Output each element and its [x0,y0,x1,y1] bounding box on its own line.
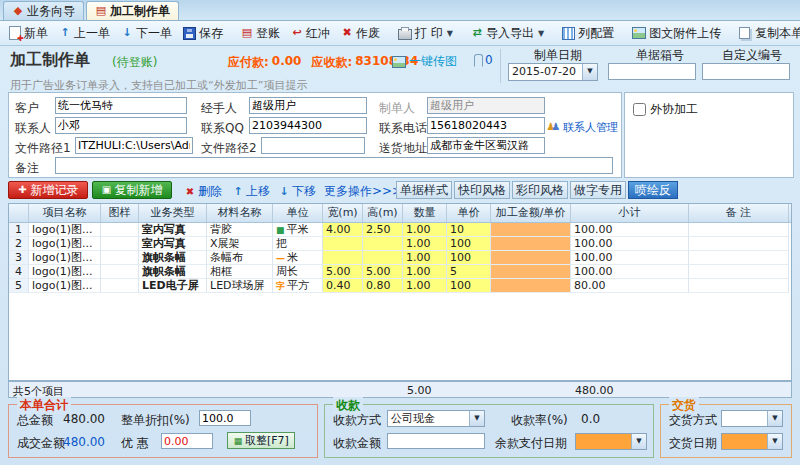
tab-business-wizard[interactable]: ◆ 业务向导 [3,1,84,20]
cell-unit[interactable]: 把 [273,237,323,251]
cell-name[interactable]: logo(1)图... [29,279,101,293]
cell-image[interactable] [101,237,139,251]
cell-name[interactable]: logo(1)图... [29,223,101,237]
table-row[interactable]: 4logo(1)图...旗帜条幅相框周长5.005.001.005100.00 [9,265,791,279]
cell-width[interactable]: 0.40 [323,279,363,293]
toolbar-post-button[interactable]: ▤登账 [236,22,285,45]
move-down-link[interactable]: ↓下移 [278,183,316,200]
style-lettering-button[interactable]: 做字专用 [570,181,626,199]
column-header-name[interactable]: 项目名称 [29,204,101,222]
delivery-method-select[interactable]: ▼ [721,410,783,427]
payment-method-select[interactable]: 公司现金 ▼ [387,410,485,427]
column-header-image[interactable]: 图样 [101,204,139,222]
cell-width[interactable]: 5.00 [323,265,363,279]
custom-number-input[interactable] [702,63,790,80]
cell-height[interactable]: 5.00 [363,265,403,279]
toolbar-attachment-upload-button[interactable]: 图文附件上传 [627,22,726,45]
attachment-count[interactable]: 0 [474,53,493,67]
cell-image[interactable] [101,265,139,279]
due-date-select[interactable]: ▼ [575,433,647,450]
copy-add-button[interactable]: ▣复制新增 [92,181,172,199]
cell-price[interactable]: 100 [447,251,491,265]
style-doc-button[interactable]: 单据样式 [396,181,452,199]
cell-height[interactable] [363,251,403,265]
toolbar-void-button[interactable]: ✖作废 [336,22,385,45]
qq-input[interactable] [249,117,367,134]
toolbar-save-button[interactable]: 保存 [178,22,228,45]
column-header-width[interactable]: 宽(m) [323,204,363,222]
cell-height[interactable]: 0.80 [363,279,403,293]
cell-name[interactable]: logo(1)图... [29,265,101,279]
cell-unit[interactable]: 周长 [273,265,323,279]
table-row[interactable]: 3logo(1)图...旗帜条幅条幅布—米1.00100100.00 [9,251,791,265]
cell-unit[interactable]: ■平米 [273,223,323,237]
column-header-note[interactable]: 备 注 [689,204,789,222]
toolbar-column-config-button[interactable]: 列配置 [557,22,619,45]
table-row[interactable]: 5logo(1)图...LED电子屏LED球场屏字平方0.400.801.001… [9,279,791,293]
toolbar-print-button[interactable]: 打 印▼ [393,22,458,45]
toolbar-import-export-button[interactable]: ⇄导入导出▼ [466,22,549,45]
handler-input[interactable] [249,97,367,114]
cell-width[interactable] [323,237,363,251]
cell-width[interactable]: 4.00 [323,223,363,237]
table-row[interactable]: 1logo(1)图...室内写真背胶■平米4.002.501.0010100.0… [9,223,791,237]
cell-price[interactable]: 100 [447,279,491,293]
column-header-price[interactable]: 单价 [447,204,491,222]
cell-qty[interactable]: 1.00 [403,251,447,265]
cell-fee[interactable] [491,237,571,251]
discount-input[interactable] [199,410,251,426]
cell-type[interactable]: 旗帜条幅 [139,265,207,279]
cell-subtotal[interactable]: 100.00 [571,265,689,279]
column-header-height[interactable]: 高(m) [363,204,403,222]
add-record-button[interactable]: ✚新增记录 [8,181,88,199]
cell-fee[interactable] [491,251,571,265]
contact-input[interactable] [55,117,187,134]
cell-image[interactable] [101,223,139,237]
column-header-subtotal[interactable]: 小计 [571,204,689,222]
cell-note[interactable] [689,279,789,293]
contact-manage-link[interactable]: 联系人管理 [563,120,618,135]
outsource-checkbox[interactable] [633,103,646,116]
cell-note[interactable] [689,251,789,265]
cell-name[interactable]: logo(1)图... [29,251,101,265]
cell-fee[interactable] [491,279,571,293]
table-row[interactable]: 2logo(1)图...室内写真X展架把1.00100100.00 [9,237,791,251]
cell-idx[interactable]: 3 [9,251,29,265]
cell-type[interactable]: 室内写真 [139,237,207,251]
delete-link[interactable]: ✖删除 [184,183,222,200]
cell-note[interactable] [689,265,789,279]
quick-upload-link[interactable]: 一键传图 [392,53,457,70]
cell-image[interactable] [101,251,139,265]
cell-material[interactable]: LED球场屏 [207,279,273,293]
column-header-fee[interactable]: 加工金额/单价 [491,204,571,222]
cell-fee[interactable] [491,265,571,279]
toolbar-prev-button[interactable]: ↑上一单 [54,22,115,45]
cell-height[interactable]: 2.50 [363,223,403,237]
outsource-option[interactable]: 外协加工 [633,101,698,118]
cell-price[interactable]: 5 [447,265,491,279]
round-button[interactable]: ▦取整[F7] [227,432,295,449]
payment-amount-input[interactable] [387,433,485,449]
file-path2-input[interactable] [261,137,365,154]
cell-qty[interactable]: 1.00 [403,223,447,237]
cell-name[interactable]: logo(1)图... [29,237,101,251]
more-actions-link[interactable]: 更多操作>>> [324,183,402,200]
delivery-date-select[interactable]: ▼ [721,433,783,450]
cell-idx[interactable]: 1 [9,223,29,237]
delivery-address-input[interactable] [427,137,545,154]
cell-idx[interactable]: 2 [9,237,29,251]
cell-qty[interactable]: 1.00 [403,265,447,279]
off-input[interactable] [161,433,213,449]
cell-width[interactable] [323,251,363,265]
note-input[interactable] [55,157,613,174]
toolbar-new-button[interactable]: 新单 [4,22,53,45]
toolbar-copy-order-button[interactable]: 复制本单 [734,22,800,45]
cell-type[interactable]: 室内写真 [139,223,207,237]
cell-material[interactable]: X展架 [207,237,273,251]
column-header-qty[interactable]: 数量 [403,204,447,222]
toolbar-next-button[interactable]: ↓下一单 [116,22,177,45]
move-up-link[interactable]: ↑上移 [232,183,270,200]
cell-material[interactable]: 相框 [207,265,273,279]
cell-subtotal[interactable]: 100.00 [571,223,689,237]
phone-input[interactable] [427,117,545,134]
